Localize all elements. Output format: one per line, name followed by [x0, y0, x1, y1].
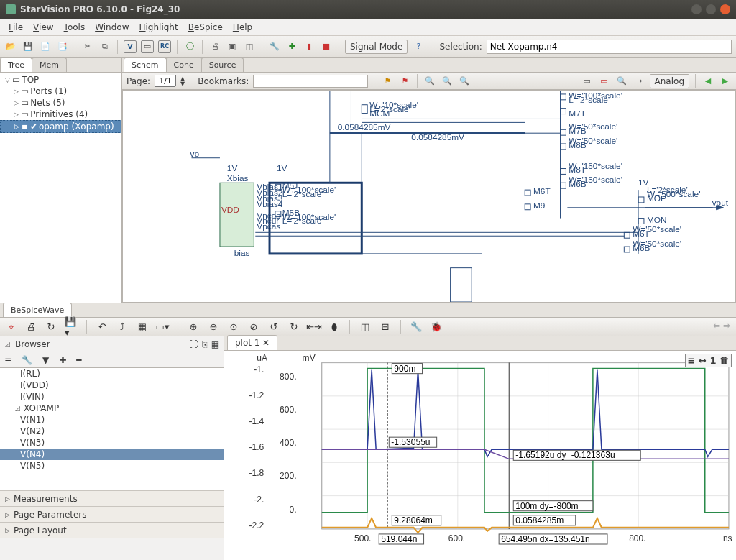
section-measurements[interactable]: ▷Measurements — [0, 490, 224, 506]
back-icon[interactable]: ↺ — [267, 321, 280, 334]
v-mode-icon[interactable]: V — [124, 40, 137, 53]
plot-prev-icon[interactable]: ⬅ — [713, 321, 720, 331]
tab-schem[interactable]: Schem — [124, 58, 167, 72]
sig-xopamp[interactable]: ◿XOPAMP — [0, 403, 224, 414]
zout-icon[interactable]: ⊖ — [207, 321, 220, 334]
screen-b-icon[interactable]: ▭ — [598, 75, 611, 88]
box-icon[interactable]: ▭ — [141, 40, 154, 53]
tree-opamp[interactable]: ▷▪ ✔opamp (Xopamp) — [0, 120, 121, 133]
selection-field[interactable] — [487, 40, 732, 54]
plot-next-icon[interactable]: ➡ — [723, 321, 730, 331]
close-plot-icon[interactable]: ✕ — [262, 338, 270, 348]
tab-bespicewave[interactable]: BeSpiceWave — [3, 303, 72, 317]
print2-icon[interactable]: 🖨 — [24, 321, 37, 334]
sig-vn5[interactable]: V(N5) — [0, 460, 224, 472]
tab-tree[interactable]: Tree — [0, 58, 32, 72]
section-page-layout[interactable]: ▷Page Layout — [0, 522, 224, 538]
zoom-out-icon[interactable]: 🔍 — [441, 75, 454, 88]
zoom-fit-icon[interactable]: 🔍 — [458, 75, 471, 88]
section-page-params[interactable]: ▷Page Parameters — [0, 506, 224, 522]
plot-toolbox[interactable]: ≡ ↔ 1 🗑 — [685, 354, 732, 367]
bookmarks-dropdown[interactable] — [253, 75, 368, 88]
hierarchy-tree[interactable]: ▽▭ TOP ▷▭ Ports (1) ▷▭ Nets (5) ▷▭ Primi… — [0, 73, 121, 303]
cursor-a-icon[interactable]: ⬮ — [328, 321, 341, 334]
signal-list[interactable]: I(RL) I(VDD) I(VIN) ◿XOPAMP V(N1) V(N2) … — [0, 368, 224, 490]
filter-icon[interactable]: ▼ — [42, 355, 49, 365]
menu-view[interactable]: View — [29, 21, 58, 34]
sig-vn4[interactable]: V(N4) — [0, 449, 224, 460]
sig-vn2[interactable]: V(N2) — [0, 426, 224, 437]
tab-source[interactable]: Source — [201, 58, 244, 72]
arrow-icon[interactable]: → — [632, 75, 645, 88]
zoom-in-icon[interactable]: 🔍 — [423, 75, 436, 88]
print-icon[interactable]: 🖨 — [208, 40, 221, 53]
tab-mem[interactable]: Mem — [32, 58, 67, 72]
refresh-icon[interactable]: ↻ — [45, 321, 58, 334]
bm-del-icon[interactable]: ⚑ — [398, 75, 411, 88]
plus-green-icon[interactable]: ✚ — [285, 40, 298, 53]
menu-file[interactable]: File — [4, 21, 27, 34]
menu-help[interactable]: Help — [229, 21, 257, 34]
page-field[interactable] — [155, 75, 176, 87]
split-icon[interactable]: ◫ — [243, 40, 256, 53]
tool-icon[interactable]: 🔧 — [22, 355, 32, 365]
screen-a-icon[interactable]: ▭ — [581, 75, 594, 88]
target-icon[interactable]: ⌖ — [4, 321, 17, 334]
window-icon[interactable]: ▣ — [226, 40, 239, 53]
rc-mode-icon[interactable]: RC — [158, 40, 171, 53]
settings-icon[interactable]: 🔧 — [410, 321, 423, 334]
layout-v-icon[interactable]: ⊟ — [379, 321, 392, 334]
analog-button[interactable]: Analog — [650, 74, 689, 88]
fit-width-icon[interactable]: ⇤⇥ — [308, 321, 321, 334]
fwd-icon[interactable]: ↻ — [288, 321, 300, 334]
remove-icon[interactable]: ━ — [76, 355, 81, 365]
sig-ivdd[interactable]: I(VDD) — [0, 380, 224, 391]
waveform-plot[interactable]: ≡ ↔ 1 🗑 — [224, 351, 736, 560]
bm-add-icon[interactable]: ⚑ — [381, 75, 394, 88]
zsel-icon[interactable]: ⊘ — [247, 321, 260, 334]
cut-icon[interactable]: ✂ — [81, 40, 94, 53]
menu-bespice[interactable]: BeSpice — [184, 21, 227, 34]
close-button[interactable] — [720, 4, 730, 14]
bug-icon[interactable]: 🐞 — [430, 321, 443, 334]
menu-icon[interactable]: ▦ — [211, 339, 219, 349]
layout-h-icon[interactable]: ◫ — [359, 321, 372, 334]
undo-icon[interactable]: ↶ — [96, 321, 109, 334]
tab-cone[interactable]: Cone — [166, 58, 202, 72]
tree-top[interactable]: ▽▭ TOP — [0, 74, 121, 86]
wrench-icon[interactable]: 🔧 — [268, 40, 281, 53]
page-stepper[interactable]: ▲▼ — [180, 76, 185, 86]
copy-icon[interactable]: ⧉ — [98, 40, 111, 53]
menu-window[interactable]: Window — [91, 21, 133, 34]
add-icon[interactable]: ✚ — [59, 355, 66, 365]
zfit-icon[interactable]: ⊙ — [227, 321, 240, 334]
highlight-icon[interactable]: ▮ — [303, 40, 316, 53]
menu-tools[interactable]: Tools — [60, 21, 90, 34]
expand-icon[interactable]: ⛶ — [189, 339, 198, 349]
curve-icon[interactable]: ⤴ — [116, 321, 129, 334]
open-icon[interactable]: 📂 — [4, 40, 17, 53]
files-icon[interactable]: 📑 — [56, 40, 69, 53]
fit-icon[interactable]: 🔍 — [615, 75, 628, 88]
nav-fwd-icon[interactable]: ▶ — [719, 75, 732, 88]
tab-plot1[interactable]: plot 1 ✕ — [227, 335, 277, 350]
nav-back-icon[interactable]: ◀ — [702, 75, 714, 88]
save2-icon[interactable]: 💾▾ — [65, 321, 78, 334]
pin-icon[interactable]: ⎘ — [202, 339, 207, 349]
schematic-canvas[interactable]: vp Xbias 1V 1V 1V bias M5T W='100*scale'… — [122, 90, 736, 303]
help-icon[interactable]: ? — [412, 40, 425, 53]
tree-primitives[interactable]: ▷▭ Primitives (4) — [0, 109, 121, 120]
info-icon[interactable]: ⓘ — [183, 40, 196, 53]
sig-ivin[interactable]: I(VIN) — [0, 391, 224, 403]
list-icon[interactable]: ≡ — [4, 355, 12, 365]
menu-highlight[interactable]: Highlight — [134, 21, 182, 34]
tree-nets[interactable]: ▷▭ Nets (5) — [0, 97, 121, 109]
tree-ports[interactable]: ▷▭ Ports (1) — [0, 86, 121, 97]
signal-mode-button[interactable]: Signal Mode — [345, 40, 408, 54]
minimize-button[interactable] — [691, 4, 702, 14]
zin-icon[interactable]: ⊕ — [187, 321, 200, 334]
page-icon[interactable]: ▭▾ — [156, 321, 169, 334]
stop-icon[interactable]: ■ — [320, 40, 333, 53]
sig-irl[interactable]: I(RL) — [0, 368, 224, 380]
sig-vn1[interactable]: V(N1) — [0, 414, 224, 426]
